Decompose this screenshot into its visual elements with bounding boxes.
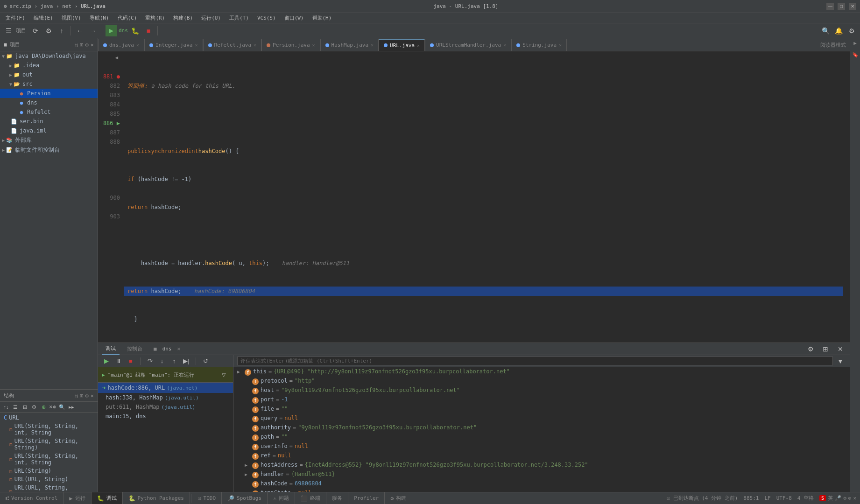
var-item-userinfo[interactable]: f userInfo = null: [233, 442, 850, 451]
tree-item-java-root[interactable]: ▼ 📁 java DA\Download\java: [0, 51, 98, 61]
struct-item-url1[interactable]: m URL(String, String, int, String: [0, 422, 98, 437]
bottom-tab-python-packages[interactable]: 🐍 Python Packages: [123, 492, 190, 504]
struct-btn7[interactable]: 🔍: [58, 403, 66, 411]
stack-item-hash[interactable]: hash:338, HashMap (java.util): [98, 393, 233, 402]
status-lf[interactable]: LF: [764, 495, 770, 501]
tab-close-icon[interactable]: ✕: [195, 42, 198, 48]
tab-close-icon[interactable]: ✕: [503, 42, 506, 48]
var-item-file[interactable]: f file = "": [233, 405, 850, 414]
expand-icon[interactable]: ▶: [245, 472, 250, 477]
debug-button[interactable]: 🐛: [130, 25, 141, 36]
var-item-port[interactable]: f port = -1: [233, 395, 850, 405]
tree-item-javaiml[interactable]: 📄 java.iml: [0, 126, 98, 135]
expand-icon[interactable]: ▶: [245, 462, 250, 468]
struct-item-url6[interactable]: m URL(URL, String, URLStream: [0, 483, 98, 492]
sidebar-gear-icon[interactable]: ⚙: [85, 42, 89, 48]
step-into-button[interactable]: ↓: [157, 357, 167, 366]
tab-close-icon[interactable]: ✕: [254, 42, 256, 48]
status-spaces[interactable]: 4 空格: [797, 495, 814, 502]
sidebar-expand-icon[interactable]: ⊞: [80, 42, 83, 48]
tree-item-refelct[interactable]: ● Refelct: [0, 107, 98, 117]
menu-view[interactable]: 视图(V): [58, 14, 85, 22]
var-item-handler[interactable]: ▶ f handler = {Handler@511}: [233, 470, 850, 479]
bottom-tab-profiler[interactable]: Profiler: [348, 492, 385, 504]
tree-item-external-libs[interactable]: ▶ 📚 外部库: [0, 135, 98, 145]
menu-run[interactable]: 运行(U): [197, 14, 225, 22]
expand-icon[interactable]: ▶: [237, 369, 243, 374]
var-item-query[interactable]: f query = null: [233, 414, 850, 423]
struct-item-url2[interactable]: m URL(String, String, String): [0, 437, 98, 452]
struct-item-url4[interactable]: m URL(String): [0, 467, 98, 475]
bottom-tab-issues[interactable]: ⚠ 问题: [268, 492, 295, 504]
settings-button[interactable]: ⚙: [43, 25, 54, 36]
bottom-tab-version-control[interactable]: ⑆ Version Control: [0, 492, 63, 504]
tab-refelct[interactable]: Refelct.java ✕: [203, 39, 262, 51]
tab-url[interactable]: URL.java ✕: [379, 39, 425, 51]
menu-navigate[interactable]: 导航(N): [86, 14, 113, 22]
bottom-tab-services[interactable]: 服务: [326, 492, 348, 504]
struct-expand-icon[interactable]: ⊞: [80, 392, 83, 399]
run-button[interactable]: ▶: [106, 25, 117, 36]
struct-btn5[interactable]: ⊕: [39, 403, 48, 411]
search-button[interactable]: 🔍: [820, 25, 831, 36]
debug-close-icon[interactable]: ✕: [835, 343, 846, 355]
bottom-tab-build[interactable]: ⚙ 构建: [385, 492, 412, 504]
var-item-authority[interactable]: f authority = "9y8onl119z97onfnot526gzo3…: [233, 423, 850, 433]
stack-item-hashcode[interactable]: ➜ hashCode:886, URL (java.net): [98, 383, 233, 393]
struct-btn8[interactable]: ▸▸: [67, 403, 76, 411]
status-position[interactable]: 885:1: [743, 495, 759, 501]
var-item-hashcode[interactable]: f hashCode = 69806804: [233, 479, 850, 489]
project-toggle-button[interactable]: ☰: [3, 25, 14, 36]
right-bookmark-icon[interactable]: 🔖: [852, 52, 859, 58]
run-to-cursor-button[interactable]: ▶|: [182, 357, 191, 366]
tree-item-src[interactable]: ▼ 📂 src: [0, 79, 98, 89]
notification-button[interactable]: 🔔: [833, 25, 844, 36]
bottom-tab-spotbugs[interactable]: 🔎 SpotBugs: [222, 492, 268, 504]
ime-close[interactable]: ✕: [853, 495, 856, 501]
debug-tab-console[interactable]: 控制台: [123, 343, 146, 355]
struct-item-url3[interactable]: m URL(String, String, int, String: [0, 452, 98, 467]
bottom-tab-debug[interactable]: 🐛 调试: [92, 492, 123, 504]
tree-item-serbin[interactable]: 📄 ser.bin: [0, 117, 98, 126]
menu-vcs[interactable]: VCS(S): [254, 14, 280, 22]
stack-item-main[interactable]: main:15, dns: [98, 412, 233, 421]
menu-tools[interactable]: 工具(T): [226, 14, 253, 22]
struct-item-url5[interactable]: m URL(URL, String): [0, 475, 98, 483]
sidebar-sort-icon[interactable]: ⇅: [75, 42, 78, 48]
debug-tab-x[interactable]: ✕: [177, 346, 181, 352]
tree-item-persion[interactable]: ● Persion: [0, 89, 98, 98]
ime-settings[interactable]: ⚙: [843, 495, 846, 501]
debug-layout-icon[interactable]: ⊞: [820, 343, 831, 355]
var-item-host[interactable]: f host = "9y8onl119z97onfnot526gzo3f95xu…: [233, 386, 850, 395]
status-utf[interactable]: UTF-8: [776, 495, 792, 501]
back-button[interactable]: ←: [74, 25, 85, 36]
run-filter-icon[interactable]: ▽: [218, 369, 229, 380]
struct-btn1[interactable]: ↑↓: [2, 403, 10, 411]
close-button[interactable]: ✕: [849, 3, 856, 10]
sidebar-close-icon[interactable]: ✕: [91, 42, 94, 48]
struct-item-url-class[interactable]: C URL: [0, 413, 98, 422]
struct-btn6[interactable]: ✕⊕: [49, 403, 57, 411]
menu-code[interactable]: 代码(C): [114, 14, 141, 22]
ime-extra[interactable]: ⊕: [848, 495, 852, 501]
var-item-hostaddress[interactable]: ▶ f hostAddress = {InetAddress@552} "9y8…: [233, 461, 850, 470]
ime-mic[interactable]: 🎤: [835, 495, 841, 501]
struct-gear-icon[interactable]: ⚙: [85, 392, 89, 399]
expand-button[interactable]: ↑: [56, 25, 67, 36]
stop-button[interactable]: ■: [143, 25, 154, 36]
step-out-button[interactable]: ↑: [169, 357, 179, 366]
menu-edit[interactable]: 编辑(E): [30, 14, 57, 22]
tab-close-icon[interactable]: ✕: [371, 42, 374, 48]
struct-sort-icon[interactable]: ⇅: [75, 392, 78, 399]
tab-close-icon[interactable]: ✕: [312, 42, 315, 48]
forward-button[interactable]: →: [87, 25, 99, 36]
tree-item-idea[interactable]: ▶ 📁 .idea: [0, 61, 98, 70]
minimize-button[interactable]: —: [826, 3, 834, 10]
tree-item-scratches[interactable]: ▶ 📝 临时文件和控制台: [0, 145, 98, 155]
tree-item-dns[interactable]: ● dns: [0, 98, 98, 107]
var-item-ref[interactable]: f ref = null: [233, 451, 850, 461]
debug-settings-icon[interactable]: ⚙: [805, 343, 816, 355]
struct-btn2[interactable]: ☰: [11, 403, 20, 411]
struct-close-icon[interactable]: ✕: [91, 392, 94, 399]
resume-button[interactable]: ▶: [102, 357, 111, 366]
